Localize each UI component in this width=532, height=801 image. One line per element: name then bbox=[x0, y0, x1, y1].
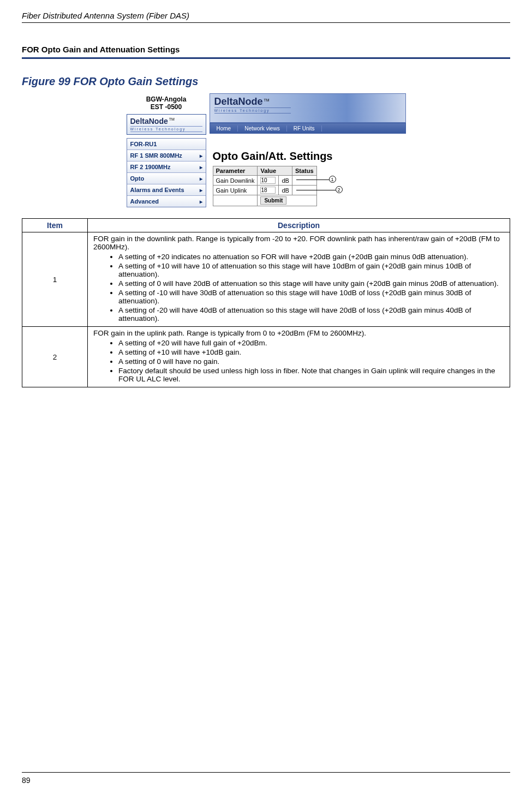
tab-home[interactable]: Home bbox=[210, 125, 238, 131]
bullet: A setting of +10 will have +10dB gain. bbox=[118, 348, 504, 357]
chevron-right-icon: ▸ bbox=[200, 199, 202, 205]
sidebar-item-label: Advanced bbox=[130, 198, 159, 205]
bullet: Factory default should be used unless hi… bbox=[118, 366, 504, 384]
col-item: Item bbox=[22, 219, 88, 232]
chevron-right-icon: ▸ bbox=[200, 164, 202, 170]
bullet: A setting of +20 will have full gain of … bbox=[118, 338, 504, 348]
sidebar-item-label: FOR-RU1 bbox=[130, 141, 157, 147]
tm-mark: TM bbox=[264, 98, 270, 102]
brand-subtitle: Wireless Technology bbox=[130, 126, 202, 132]
unit-label: dB bbox=[279, 186, 292, 195]
gain-downlink-input[interactable] bbox=[260, 177, 276, 184]
item-number: 1 bbox=[22, 232, 88, 327]
bullet: A setting of -10 will have 30dB of atten… bbox=[118, 288, 504, 306]
col-value: Value bbox=[258, 166, 292, 176]
tab-rf-units[interactable]: RF Units bbox=[287, 125, 322, 131]
item-description: FOR gain in the downlink path. Range is … bbox=[88, 232, 510, 327]
top-banner: DeltaNodeTM Wireless Technology bbox=[210, 93, 406, 123]
tm-mark: TM bbox=[169, 117, 175, 121]
bgw-name: BGW-Angola bbox=[127, 95, 206, 103]
page-header: Fiber Distributed Antenna System (Fiber … bbox=[22, 11, 510, 23]
sidebar-item-opto[interactable]: Opto▸ bbox=[127, 172, 206, 184]
col-status: Status bbox=[292, 166, 316, 176]
gain-uplink-input[interactable] bbox=[260, 187, 276, 194]
sidebar-item-label: Alarms and Events bbox=[130, 187, 184, 193]
bullet: A setting of 0 will have no gain. bbox=[118, 357, 504, 366]
chevron-right-icon: ▸ bbox=[200, 153, 202, 159]
sidebar-item-label: RF 2 1900MHz bbox=[130, 164, 171, 170]
footer-rule bbox=[22, 772, 510, 773]
unit-label: dB bbox=[279, 176, 292, 186]
figure-title: Figure 99 FOR Opto Gain Settings bbox=[22, 75, 510, 88]
sidebar-item-rf1[interactable]: RF 1 SMR 800MHz▸ bbox=[127, 150, 206, 161]
section-title: FOR Opto Gain and Attenuation Settings bbox=[22, 45, 510, 59]
page-number: 89 bbox=[22, 776, 31, 785]
sidebar-item-label: Opto bbox=[130, 175, 145, 182]
chevron-right-icon: ▸ bbox=[200, 187, 202, 193]
bullet: A setting of -20 will have 40dB of atten… bbox=[118, 306, 504, 323]
bgw-tz: EST -0500 bbox=[127, 103, 206, 111]
banner-subtitle: Wireless Technology bbox=[214, 107, 291, 113]
callout-1: 1 bbox=[329, 176, 336, 183]
settings-title: Opto Gain/Att. Settings bbox=[213, 150, 406, 163]
sidebar-item-for-ru1[interactable]: FOR-RU1 bbox=[127, 139, 206, 150]
col-parameter: Parameter bbox=[213, 166, 258, 176]
sidebar-item-rf2[interactable]: RF 2 1900MHz▸ bbox=[127, 161, 206, 172]
brand-name: DeltaNode bbox=[130, 117, 168, 125]
nav-tabs: Home Network views RF Units bbox=[210, 123, 406, 134]
banner-brand: DeltaNode bbox=[214, 96, 263, 107]
submit-button[interactable]: Submit bbox=[260, 196, 286, 205]
col-description: Description bbox=[88, 219, 510, 232]
desc-row-1: 1 FOR gain in the downlink path. Range i… bbox=[22, 232, 510, 327]
screenshot-figure: BGW-Angola EST -0500 DeltaNodeTM Wireles… bbox=[22, 93, 510, 207]
bgw-info: BGW-Angola EST -0500 bbox=[127, 93, 206, 111]
sidebar-logo: DeltaNodeTM Wireless Technology bbox=[127, 114, 206, 135]
bullet: A setting of 0 will have 20dB of attenua… bbox=[118, 279, 504, 288]
sidebar-item-label: RF 1 SMR 800MHz bbox=[130, 152, 182, 159]
row-gain-downlink: Gain Downlink dB bbox=[213, 176, 316, 186]
bullet: A setting of +10 will have 10 of attenua… bbox=[118, 261, 504, 279]
sidebar-menu: FOR-RU1 RF 1 SMR 800MHz▸ RF 2 1900MHz▸ O… bbox=[127, 138, 206, 207]
desc-intro: FOR gain in the uplink path. Range is ty… bbox=[93, 329, 504, 337]
callout-2: 2 bbox=[336, 186, 343, 193]
bullet: A setting of +20 indicates no attenuatio… bbox=[118, 252, 504, 261]
param-label: Gain Uplink bbox=[213, 186, 258, 195]
desc-intro: FOR gain in the downlink path. Range is … bbox=[93, 235, 504, 251]
item-description: FOR gain in the uplink path. Range is ty… bbox=[88, 327, 510, 387]
desc-row-2: 2 FOR gain in the uplink path. Range is … bbox=[22, 327, 510, 387]
sidebar-item-advanced[interactable]: Advanced▸ bbox=[127, 195, 206, 207]
param-table: Parameter Value Status Gain Downlink dB … bbox=[213, 166, 317, 206]
param-label: Gain Downlink bbox=[213, 176, 258, 186]
item-number: 2 bbox=[22, 327, 88, 387]
tab-network-views[interactable]: Network views bbox=[238, 125, 286, 131]
chevron-right-icon: ▸ bbox=[200, 176, 202, 182]
sidebar-item-alarms[interactable]: Alarms and Events▸ bbox=[127, 184, 206, 195]
description-table: Item Description 1 FOR gain in the downl… bbox=[22, 218, 510, 387]
